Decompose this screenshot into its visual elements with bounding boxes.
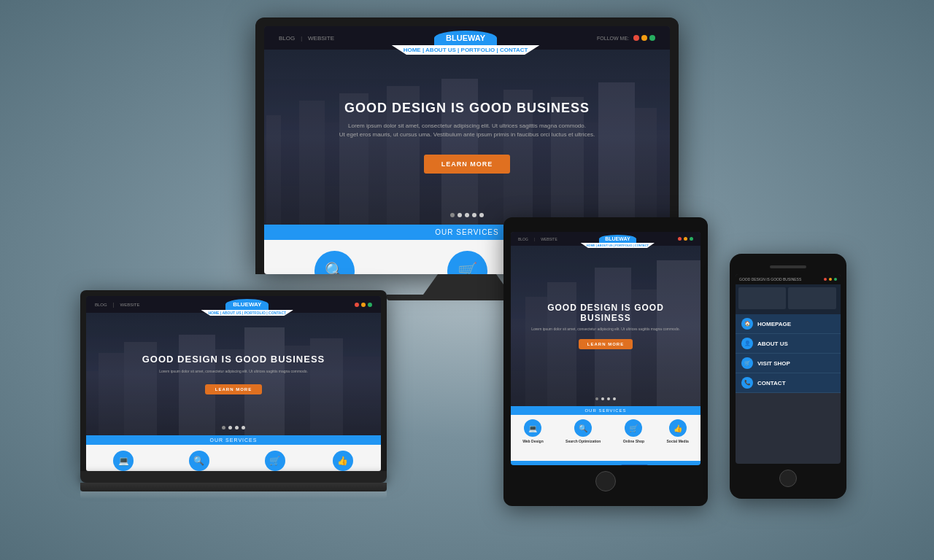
- laptop-dot-green: [368, 303, 372, 307]
- laptop-hero-subtitle: Lorem ipsum dolor sit amet, consectetur …: [142, 369, 325, 374]
- phone-preview-row: [738, 287, 838, 309]
- blog-link[interactable]: BLOG: [279, 35, 295, 42]
- phone-follow: [824, 278, 837, 281]
- tablet-dot-red: [678, 237, 682, 241]
- laptop-services: OUR SERVICES 💻 Web Design 🔍 Search Optim…: [86, 435, 381, 471]
- tablet-website: BLOG | WEBSITE BLUEWAY HOME | ABOUT US |…: [511, 232, 700, 465]
- tablet-hero: GOOD DESIGN IS GOOD BUSINESS Lorem ipsum…: [511, 246, 700, 406]
- service-search: 🔍 Search Optimization Lorem ipsum dolor …: [298, 251, 371, 274]
- dot-yellow: [641, 35, 647, 41]
- follow-label: FOLLOW ME:: [597, 36, 629, 41]
- tablet-service-social-name: Social Media: [667, 439, 689, 443]
- tablet-ribbon: HOME | ABOUT US | PORTFOLIO | CONTACT: [581, 243, 655, 248]
- phone-home-button[interactable]: [779, 470, 797, 487]
- tablet-hero-subtitle: Lorem ipsum dolor sit amet, consectetur …: [522, 327, 690, 331]
- laptop-header: BLOG | WEBSITE BLUEWAY HOME | ABOUT US |…: [86, 296, 381, 313]
- laptop-shop-icon: 🛒: [265, 451, 285, 471]
- svg-rect-1: [266, 115, 281, 225]
- laptop-hero: GOOD DESIGN IS GOOD BUSINESS Lorem ipsum…: [86, 313, 381, 435]
- laptop-services-grid: 💻 Web Design 🔍 Search Optimization 🛒 Onl…: [86, 445, 381, 471]
- website-link[interactable]: WEBSITE: [308, 35, 334, 42]
- laptop: BLOG | WEBSITE BLUEWAY HOME | ABOUT US |…: [80, 290, 387, 499]
- tablet-shop-icon: 🛒: [625, 419, 642, 437]
- tablet-service-web: 💻 Web Design: [522, 419, 544, 445]
- monitor-hero-cta[interactable]: LEARN MORE: [424, 155, 511, 174]
- tablet-website[interactable]: WEBSITE: [541, 237, 557, 241]
- laptop-reflection: [80, 491, 387, 499]
- tablet-web-icon: 💻: [524, 419, 541, 437]
- laptop-services-title: OUR SERVICES: [86, 435, 381, 445]
- phone-menu-homepage[interactable]: 🏠 HOMEPAGE: [736, 314, 841, 334]
- tablet-blog[interactable]: BLOG: [518, 237, 528, 241]
- laptop-web-icon: 💻: [113, 451, 134, 471]
- laptop-website-link[interactable]: WEBSITE: [120, 303, 140, 307]
- tablet-home-button[interactable]: [595, 471, 616, 491]
- laptop-screen: BLOG | WEBSITE BLUEWAY HOME | ABOUT US |…: [86, 296, 381, 471]
- tablet-hero-title: GOOD DESIGN IS GOOD BUSINESS: [522, 303, 690, 323]
- tablet-service-shop: 🛒 Online Shop: [623, 419, 644, 445]
- monitor-hero-content: GOOD DESIGN IS GOOD BUSINESS Lorem ipsum…: [328, 90, 606, 184]
- shop-icon: 🛒: [447, 251, 487, 274]
- monitor-follow: FOLLOW ME:: [597, 35, 655, 41]
- tablet-service-search: 🔍 Search Optimization: [566, 419, 601, 445]
- phone-menu-contact[interactable]: 📞 CONTACT: [736, 373, 841, 393]
- home-icon: 🏠: [741, 318, 753, 330]
- portfolio-btn[interactable]: More Info: [621, 464, 648, 465]
- laptop-logo: BLUEWAY: [225, 299, 269, 310]
- tablet-services: OUR SERVICES 💻 Web Design 🔍 Search Optim…: [511, 406, 700, 461]
- laptop-hero-cta[interactable]: LEARN MORE: [205, 384, 262, 394]
- monitor-hero: GOOD DESIGN IS GOOD BUSINESS Lorem ipsum…: [264, 50, 670, 225]
- dot-red: [633, 35, 639, 41]
- tablet-social-icon: 👍: [669, 419, 687, 437]
- laptop-service-shop: 🛒 Online Shop: [262, 451, 287, 471]
- phone-website: GOOD DESIGN IS GOOD BUSINESS: [736, 274, 841, 464]
- tablet-service-shop-name: Online Shop: [623, 439, 644, 443]
- laptop-follow: [355, 303, 372, 307]
- laptop-header-left: BLOG | WEBSITE: [95, 302, 140, 307]
- visit-shop-icon: 🛒: [741, 357, 753, 369]
- dot-3: [465, 213, 469, 217]
- tablet-header: BLOG | WEBSITE BLUEWAY HOME | ABOUT US |…: [511, 232, 700, 246]
- tablet-dot-green: [690, 237, 693, 241]
- tablet-service-search-name: Search Optimization: [566, 439, 601, 443]
- phone-good-design: GOOD DESIGN IS GOOD BUSINESS: [739, 277, 801, 281]
- tablet-hero-content: GOOD DESIGN IS GOOD BUSINESS Lorem ipsum…: [511, 292, 700, 360]
- monitor-logo: BLUEWAY: [434, 31, 497, 45]
- laptop-social-icon: 👍: [333, 451, 353, 471]
- phone-menu-shop-label: VISIT SHOP: [757, 360, 790, 367]
- laptop-ribbon: HOME | ABOUT US | PORTFOLIO | CONTACT: [201, 310, 293, 316]
- phone-screen: GOOD DESIGN IS GOOD BUSINESS: [736, 274, 841, 464]
- tablet-hero-cta[interactable]: LEARN MORE: [579, 339, 633, 349]
- tablet-service-web-name: Web Design: [522, 439, 544, 443]
- monitor-hero-title: GOOD DESIGN IS GOOD BUSINESS: [339, 101, 595, 116]
- laptop-dot-red: [355, 303, 359, 307]
- tablet-services-grid: 💻 Web Design 🔍 Search Optimization 🛒 Onl…: [511, 415, 700, 449]
- phone-speaker: [770, 265, 806, 268]
- tablet-follow: [678, 237, 693, 241]
- dot-4: [472, 213, 476, 217]
- scene: BLOG | WEBSITE BLUEWAY HOME | ABOUT US |…: [66, 18, 868, 542]
- phone-thumb-1: [738, 287, 786, 309]
- laptop-dot-nav: [86, 423, 381, 432]
- service-shop: 🛒 Online Shop Lorem ipsum dolor sit amet…: [431, 251, 503, 274]
- tablet-screen: BLOG | WEBSITE BLUEWAY HOME | ABOUT US |…: [511, 232, 700, 465]
- dot-green: [649, 35, 655, 41]
- tablet-services-title: OUR SERVICES: [511, 406, 700, 415]
- laptop-hero-title: GOOD DESIGN IS GOOD BUSINESS: [142, 354, 325, 365]
- about-icon: 👤: [741, 338, 753, 349]
- laptop-hero-content: GOOD DESIGN IS GOOD BUSINESS Lorem ipsum…: [131, 343, 336, 405]
- laptop-service-search: 🔍 Search Optimization: [178, 451, 220, 471]
- tablet: BLOG | WEBSITE BLUEWAY HOME | ABOUT US |…: [503, 217, 708, 506]
- svg-rect-16: [635, 108, 657, 225]
- monitor-logo-wrapper: BLUEWAY HOME | ABOUT US | PORTFOLIO | CO…: [434, 31, 497, 45]
- laptop-bottom: [80, 483, 387, 491]
- laptop-dot-yellow: [361, 303, 366, 307]
- svg-rect-3: [299, 101, 325, 225]
- laptop-logo-wrapper: BLUEWAY HOME | ABOUT US | PORTFOLIO | CO…: [225, 299, 269, 310]
- phone-menu-contact-label: CONTACT: [757, 380, 786, 386]
- phone-menu-shop[interactable]: 🛒 VISIT SHOP: [736, 354, 841, 373]
- search-icon: 🔍: [314, 251, 355, 274]
- phone-menu-homepage-label: HOMEPAGE: [757, 321, 791, 327]
- laptop-blog-link[interactable]: BLOG: [95, 303, 107, 307]
- phone-menu-about[interactable]: 👤 ABOUT US: [736, 334, 841, 354]
